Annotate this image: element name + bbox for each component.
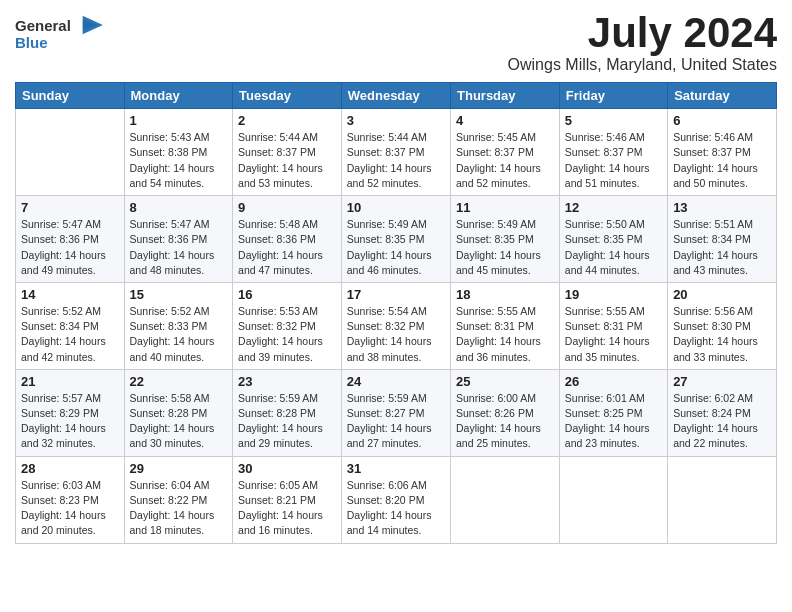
day-info: Sunrise: 5:53 AM Sunset: 8:32 PM Dayligh… — [238, 304, 336, 365]
logo-general-text: General — [15, 17, 71, 34]
calendar-day-cell: 16Sunrise: 5:53 AM Sunset: 8:32 PM Dayli… — [233, 282, 342, 369]
calendar-weekday-header: Tuesday — [233, 83, 342, 109]
day-number: 3 — [347, 113, 445, 128]
location-title: Owings Mills, Maryland, United States — [508, 56, 777, 74]
calendar-day-cell: 31Sunrise: 6:06 AM Sunset: 8:20 PM Dayli… — [341, 456, 450, 543]
calendar-day-cell — [451, 456, 560, 543]
calendar-day-cell: 10Sunrise: 5:49 AM Sunset: 8:35 PM Dayli… — [341, 196, 450, 283]
day-info: Sunrise: 6:03 AM Sunset: 8:23 PM Dayligh… — [21, 478, 119, 539]
calendar-day-cell: 22Sunrise: 5:58 AM Sunset: 8:28 PM Dayli… — [124, 369, 233, 456]
calendar-day-cell: 21Sunrise: 5:57 AM Sunset: 8:29 PM Dayli… — [16, 369, 125, 456]
day-number: 2 — [238, 113, 336, 128]
day-info: Sunrise: 5:48 AM Sunset: 8:36 PM Dayligh… — [238, 217, 336, 278]
calendar-day-cell: 5Sunrise: 5:46 AM Sunset: 8:37 PM Daylig… — [559, 109, 667, 196]
logo-blue-text: Blue — [15, 34, 48, 51]
calendar-day-cell: 25Sunrise: 6:00 AM Sunset: 8:26 PM Dayli… — [451, 369, 560, 456]
day-info: Sunrise: 5:59 AM Sunset: 8:27 PM Dayligh… — [347, 391, 445, 452]
day-info: Sunrise: 5:59 AM Sunset: 8:28 PM Dayligh… — [238, 391, 336, 452]
day-number: 8 — [130, 200, 228, 215]
day-number: 11 — [456, 200, 554, 215]
day-number: 17 — [347, 287, 445, 302]
calendar-day-cell — [668, 456, 777, 543]
day-info: Sunrise: 6:04 AM Sunset: 8:22 PM Dayligh… — [130, 478, 228, 539]
day-number: 23 — [238, 374, 336, 389]
day-info: Sunrise: 5:52 AM Sunset: 8:34 PM Dayligh… — [21, 304, 119, 365]
calendar-week-row: 21Sunrise: 5:57 AM Sunset: 8:29 PM Dayli… — [16, 369, 777, 456]
day-info: Sunrise: 5:58 AM Sunset: 8:28 PM Dayligh… — [130, 391, 228, 452]
calendar-weekday-header: Thursday — [451, 83, 560, 109]
calendar-day-cell: 19Sunrise: 5:55 AM Sunset: 8:31 PM Dayli… — [559, 282, 667, 369]
calendar-table: SundayMondayTuesdayWednesdayThursdayFrid… — [15, 82, 777, 543]
day-number: 29 — [130, 461, 228, 476]
day-number: 25 — [456, 374, 554, 389]
calendar-day-cell: 4Sunrise: 5:45 AM Sunset: 8:37 PM Daylig… — [451, 109, 560, 196]
day-number: 7 — [21, 200, 119, 215]
calendar-day-cell: 27Sunrise: 6:02 AM Sunset: 8:24 PM Dayli… — [668, 369, 777, 456]
calendar-day-cell: 1Sunrise: 5:43 AM Sunset: 8:38 PM Daylig… — [124, 109, 233, 196]
day-number: 4 — [456, 113, 554, 128]
calendar-day-cell: 9Sunrise: 5:48 AM Sunset: 8:36 PM Daylig… — [233, 196, 342, 283]
calendar-week-row: 14Sunrise: 5:52 AM Sunset: 8:34 PM Dayli… — [16, 282, 777, 369]
day-number: 26 — [565, 374, 662, 389]
day-number: 16 — [238, 287, 336, 302]
day-info: Sunrise: 5:54 AM Sunset: 8:32 PM Dayligh… — [347, 304, 445, 365]
calendar-day-cell: 3Sunrise: 5:44 AM Sunset: 8:37 PM Daylig… — [341, 109, 450, 196]
day-number: 20 — [673, 287, 771, 302]
calendar-day-cell: 18Sunrise: 5:55 AM Sunset: 8:31 PM Dayli… — [451, 282, 560, 369]
day-number: 13 — [673, 200, 771, 215]
day-number: 28 — [21, 461, 119, 476]
calendar-day-cell: 6Sunrise: 5:46 AM Sunset: 8:37 PM Daylig… — [668, 109, 777, 196]
day-info: Sunrise: 5:44 AM Sunset: 8:37 PM Dayligh… — [238, 130, 336, 191]
day-info: Sunrise: 5:57 AM Sunset: 8:29 PM Dayligh… — [21, 391, 119, 452]
calendar-day-cell: 8Sunrise: 5:47 AM Sunset: 8:36 PM Daylig… — [124, 196, 233, 283]
calendar-week-row: 7Sunrise: 5:47 AM Sunset: 8:36 PM Daylig… — [16, 196, 777, 283]
day-info: Sunrise: 5:49 AM Sunset: 8:35 PM Dayligh… — [456, 217, 554, 278]
calendar-weekday-header: Monday — [124, 83, 233, 109]
logo: General Blue — [15, 14, 106, 51]
day-number: 9 — [238, 200, 336, 215]
calendar-body: 1Sunrise: 5:43 AM Sunset: 8:38 PM Daylig… — [16, 109, 777, 543]
day-info: Sunrise: 6:06 AM Sunset: 8:20 PM Dayligh… — [347, 478, 445, 539]
day-number: 12 — [565, 200, 662, 215]
day-info: Sunrise: 5:51 AM Sunset: 8:34 PM Dayligh… — [673, 217, 771, 278]
day-number: 5 — [565, 113, 662, 128]
day-number: 1 — [130, 113, 228, 128]
day-number: 21 — [21, 374, 119, 389]
day-info: Sunrise: 5:55 AM Sunset: 8:31 PM Dayligh… — [456, 304, 554, 365]
day-number: 6 — [673, 113, 771, 128]
day-info: Sunrise: 5:55 AM Sunset: 8:31 PM Dayligh… — [565, 304, 662, 365]
day-info: Sunrise: 5:47 AM Sunset: 8:36 PM Dayligh… — [130, 217, 228, 278]
day-info: Sunrise: 5:49 AM Sunset: 8:35 PM Dayligh… — [347, 217, 445, 278]
calendar-day-cell: 13Sunrise: 5:51 AM Sunset: 8:34 PM Dayli… — [668, 196, 777, 283]
day-info: Sunrise: 5:46 AM Sunset: 8:37 PM Dayligh… — [673, 130, 771, 191]
calendar-weekday-header: Wednesday — [341, 83, 450, 109]
day-info: Sunrise: 5:47 AM Sunset: 8:36 PM Dayligh… — [21, 217, 119, 278]
calendar-day-cell — [559, 456, 667, 543]
calendar-day-cell: 12Sunrise: 5:50 AM Sunset: 8:35 PM Dayli… — [559, 196, 667, 283]
day-info: Sunrise: 6:05 AM Sunset: 8:21 PM Dayligh… — [238, 478, 336, 539]
calendar-day-cell: 11Sunrise: 5:49 AM Sunset: 8:35 PM Dayli… — [451, 196, 560, 283]
title-area: July 2024 Owings Mills, Maryland, United… — [508, 10, 777, 74]
day-number: 24 — [347, 374, 445, 389]
day-number: 27 — [673, 374, 771, 389]
calendar-day-cell: 28Sunrise: 6:03 AM Sunset: 8:23 PM Dayli… — [16, 456, 125, 543]
day-info: Sunrise: 6:01 AM Sunset: 8:25 PM Dayligh… — [565, 391, 662, 452]
day-info: Sunrise: 5:56 AM Sunset: 8:30 PM Dayligh… — [673, 304, 771, 365]
calendar-day-cell: 23Sunrise: 5:59 AM Sunset: 8:28 PM Dayli… — [233, 369, 342, 456]
calendar-weekday-header: Friday — [559, 83, 667, 109]
day-info: Sunrise: 5:44 AM Sunset: 8:37 PM Dayligh… — [347, 130, 445, 191]
day-number: 30 — [238, 461, 336, 476]
day-info: Sunrise: 6:00 AM Sunset: 8:26 PM Dayligh… — [456, 391, 554, 452]
day-number: 10 — [347, 200, 445, 215]
day-number: 19 — [565, 287, 662, 302]
day-info: Sunrise: 6:02 AM Sunset: 8:24 PM Dayligh… — [673, 391, 771, 452]
calendar-week-row: 1Sunrise: 5:43 AM Sunset: 8:38 PM Daylig… — [16, 109, 777, 196]
day-number: 14 — [21, 287, 119, 302]
calendar-weekday-header: Sunday — [16, 83, 125, 109]
calendar-day-cell: 29Sunrise: 6:04 AM Sunset: 8:22 PM Dayli… — [124, 456, 233, 543]
calendar-week-row: 28Sunrise: 6:03 AM Sunset: 8:23 PM Dayli… — [16, 456, 777, 543]
calendar-day-cell: 2Sunrise: 5:44 AM Sunset: 8:37 PM Daylig… — [233, 109, 342, 196]
calendar-day-cell: 26Sunrise: 6:01 AM Sunset: 8:25 PM Dayli… — [559, 369, 667, 456]
day-info: Sunrise: 5:50 AM Sunset: 8:35 PM Dayligh… — [565, 217, 662, 278]
calendar-day-cell: 24Sunrise: 5:59 AM Sunset: 8:27 PM Dayli… — [341, 369, 450, 456]
